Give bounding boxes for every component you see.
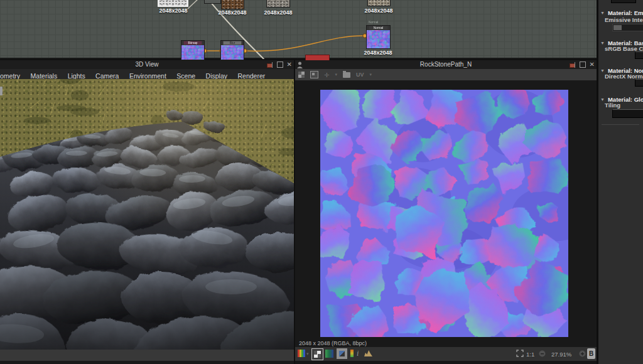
property-label-emissive-intensity: Emissive Intensity [605,16,643,23]
float-window-icon[interactable] [277,62,283,68]
image-status-text: 2048 x 2048 (RGBA, 8bpc) [299,340,367,346]
partial-widget[interactable] [611,0,636,3]
dock-pin-icon[interactable] [570,62,576,68]
close-icon[interactable]: ✕ [590,62,595,68]
3d-view-menubar: Geometry Materials Lights Camera Environ… [0,69,294,79]
color-sample-icon[interactable] [350,350,354,357]
left-edge-handle[interactable] [0,87,3,95]
section-separator [602,124,639,125]
graph-node-dirt[interactable] [221,0,244,9]
2d-view-title: RockStonePath_N [295,61,597,68]
menu-item-display[interactable]: Display [206,72,227,79]
chevron-down-icon[interactable]: ▾ [306,351,309,356]
fit-view-icon[interactable] [516,350,524,357]
emissive-intensity-slider[interactable] [612,24,643,31]
chevron-down-icon[interactable]: ▾ [369,72,372,77]
node-thumbnail [267,0,289,7]
collapse-triangle-icon: ▼ [600,11,605,15]
properties-panel: ▼Material: Emissive Emissive Intensity ▼… [597,0,643,364]
tiling-display-icon[interactable] [298,72,305,78]
menu-item-renderer[interactable]: Renderer [237,72,265,79]
menu-item-scene[interactable]: Scene [176,72,195,79]
graph-node-noise[interactable] [158,0,188,7]
graph-node-normal[interactable]: Normal [366,25,391,49]
panel-2d-view: RockStonePath_N ✕ ✛ ▾ UV ▾ 2048 x 2048 (… [295,60,597,364]
section-header-label: Material: Emissive [608,9,643,16]
chevron-down-icon[interactable]: ▾ [335,72,337,77]
node-thumbnail [367,30,390,49]
node-header: Normal [369,26,388,30]
node-thumbnail [221,45,244,60]
application-window: 2048x2048 2048x2048 2048x2048 2048x2048 … [0,0,643,364]
normal-format-widget[interactable] [635,79,643,87]
dock-pin-icon[interactable] [267,62,273,68]
node-size-label: 2048x2048 [148,8,198,14]
3d-view-bottom-bar [0,350,294,361]
menu-item-environment[interactable]: Environment [129,72,166,79]
node-thumbnail [222,0,244,9]
base-color-swatch[interactable] [635,51,643,59]
node-header: Blur [224,41,242,45]
node-instance-name: Normal [369,21,378,24]
graph-node-partial[interactable] [204,0,221,4]
panel-3d-view: 3D View ✕ Geometry Materials Lights Came… [0,60,294,364]
histogram-icon[interactable] [364,350,372,356]
3d-render-scene [0,79,294,350]
2d-canvas[interactable] [295,80,597,347]
wire-b-c [246,36,363,51]
graph-node-blur[interactable]: Blur [220,40,244,60]
background-toggle-button[interactable]: B [587,348,595,359]
3d-view-titlebar[interactable]: 3D View ✕ [0,60,294,69]
node-size-label: 2048x2048 [253,9,303,16]
zoom-out-icon[interactable] [539,350,546,357]
menu-item-lights[interactable]: Lights [68,72,85,79]
2d-view-bottom-strip [295,361,597,364]
menu-item-camera[interactable]: Camera [95,72,119,79]
collapse-triangle-icon: ▼ [600,41,605,45]
property-label-tiling: Tiling [605,102,620,109]
node-thumbnail [159,0,187,6]
node-thumbnail [181,45,204,60]
export-image-icon[interactable] [310,71,318,78]
checkerboard-icon [314,351,321,358]
solid-background-button[interactable] [337,348,347,359]
open-resource-icon[interactable] [343,72,350,78]
ratio-label[interactable]: 1:1 [526,351,534,358]
info-icon[interactable]: i [357,349,359,358]
channels-icon[interactable] [298,350,305,357]
3d-viewport[interactable] [0,79,294,350]
node-thumbnail [368,0,390,6]
zoom-in-icon[interactable] [579,350,586,357]
node-header: Bitmap [184,41,202,45]
tiling-input-field[interactable] [612,109,643,118]
gradient-background-icon[interactable] [325,350,333,358]
menu-item-materials[interactable]: Materials [31,72,58,79]
collapse-triangle-icon: ▼ [600,97,605,102]
2d-view-titlebar[interactable]: RockStonePath_N ✕ [295,60,597,69]
node-size-label: 2048x2048 [354,8,404,14]
graph-node-stone[interactable] [266,0,290,8]
collapse-triangle-icon: ▼ [600,68,605,73]
node-size-label: 2048x2048 [353,50,403,56]
zoom-percent: 27.91% [551,351,571,358]
float-window-icon[interactable] [580,62,586,68]
graph-node-beige[interactable] [367,0,391,6]
3d-view-bottom-strip [0,361,294,364]
3d-view-title: 3D View [0,61,294,68]
transform-manipulator-icon[interactable]: ✛ [324,72,329,78]
2d-view-footer: ▾ i 1:1 27.91% B [295,347,597,361]
close-icon[interactable]: ✕ [287,62,292,68]
graph-node-bitmap[interactable]: Bitmap [181,40,205,60]
uv-mode-label[interactable]: UV [356,72,364,78]
checker-background-button[interactable] [311,348,323,360]
menu-item-geometry[interactable]: Geometry [0,72,20,79]
normal-map-image [320,90,568,337]
node-size-label: 2048x2048 [207,9,257,16]
node-graph-canvas[interactable]: 2048x2048 2048x2048 2048x2048 2048x2048 … [0,0,597,59]
background-color-icon [339,351,345,356]
2d-view-toolbar: ✛ ▾ UV ▾ [295,69,597,80]
slider-handle[interactable] [613,25,622,30]
